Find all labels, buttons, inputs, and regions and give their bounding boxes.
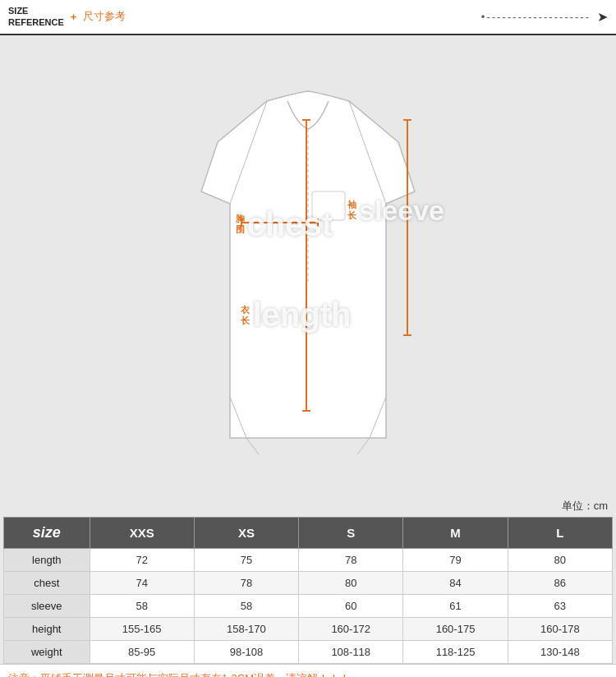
diagram-area: 胸 围 chest 衣 长 length 袖 长 sleeve	[0, 35, 616, 495]
svg-line-4	[246, 438, 259, 454]
row-cell: 78	[299, 548, 403, 571]
sleeve-en-label: sleeve	[359, 195, 444, 227]
row-cell: 158-170	[194, 617, 298, 640]
row-cell: 60	[299, 594, 403, 617]
row-cell: 79	[403, 548, 508, 571]
row-cell: 160-172	[299, 617, 403, 640]
size-table-wrapper: size XXS XS S M L length7275787980chest7…	[0, 517, 616, 664]
col-header-m: M	[403, 517, 508, 548]
sleeve-cn-label: 袖 长	[347, 200, 356, 221]
row-cell: 74	[90, 571, 194, 594]
row-cell: 108-118	[299, 640, 403, 663]
unit-label: 单位：cm	[0, 495, 616, 517]
row-label: weight	[4, 640, 90, 663]
unit-text: 单位：cm	[562, 500, 608, 512]
row-cell: 98-108	[194, 640, 298, 663]
footer-note-text: 注意：平铺手工测量尺寸可能与实际尺寸存在1-3CM误差，请谅解！！！	[8, 672, 350, 677]
row-cell: 61	[403, 594, 508, 617]
row-label: length	[4, 548, 90, 571]
sleeve-measure-line	[407, 119, 408, 336]
table-row: height155-165158-170160-172160-175160-17…	[4, 617, 613, 640]
length-cn-label: 衣 长	[241, 305, 250, 326]
shirt-svg	[168, 76, 448, 471]
table-row: sleeve5858606163	[4, 594, 613, 617]
col-header-size: size	[4, 517, 90, 548]
row-cell: 84	[403, 571, 508, 594]
row-cell: 155-165	[90, 617, 194, 640]
header-cn-label: 尺寸参考	[83, 9, 126, 24]
row-cell: 72	[90, 548, 194, 571]
row-cell: 80	[508, 548, 612, 571]
row-cell: 58	[90, 594, 194, 617]
row-cell: 75	[194, 548, 298, 571]
row-label: height	[4, 617, 90, 640]
shirt-diagram: 胸 围 chest 衣 长 length 袖 长 sleeve	[168, 76, 448, 471]
row-cell: 80	[299, 571, 403, 594]
row-label: chest	[4, 571, 90, 594]
row-cell: 63	[508, 594, 612, 617]
row-cell: 58	[194, 594, 298, 617]
row-cell: 130-148	[508, 640, 612, 663]
header-plus-icon: +	[71, 11, 77, 23]
svg-line-5	[357, 438, 370, 454]
row-cell: 160-178	[508, 617, 612, 640]
header-title: SIZEREFERENCE	[8, 5, 64, 29]
footer-note: 注意：平铺手工测量尺寸可能与实际尺寸存在1-3CM误差，请谅解！！！	[0, 664, 616, 677]
row-label: sleeve	[4, 594, 90, 617]
row-cell: 85-95	[90, 640, 194, 663]
row-cell: 78	[194, 571, 298, 594]
row-cell: 160-175	[403, 617, 508, 640]
table-row: length7275787980	[4, 548, 613, 571]
length-en-label: length	[252, 297, 351, 334]
sleeve-label: 袖 长 sleeve	[347, 195, 444, 227]
row-cell: 86	[508, 571, 612, 594]
table-row: weight85-9598-108108-118118-125130-148	[4, 640, 613, 663]
col-header-l: L	[508, 517, 612, 548]
table-header-row: size XXS XS S M L	[4, 517, 613, 548]
header-dots: •--------------------	[132, 11, 591, 23]
length-label: 衣 长 length	[241, 297, 351, 334]
length-measure-line	[306, 119, 307, 411]
col-header-xs: XS	[194, 517, 298, 548]
chest-label: 胸 围 chest	[236, 206, 333, 243]
header-arrow-icon: ➤	[597, 9, 608, 25]
size-table: size XXS XS S M L length7275787980chest7…	[3, 517, 613, 664]
col-header-xxs: XXS	[90, 517, 194, 548]
table-row: chest7478808486	[4, 571, 613, 594]
row-cell: 118-125	[403, 640, 508, 663]
chest-en-label: chest	[247, 206, 333, 243]
col-header-s: S	[299, 517, 403, 548]
chest-cn-label: 胸 围	[236, 214, 245, 235]
header-bar: SIZEREFERENCE + 尺寸参考 •------------------…	[0, 0, 616, 35]
